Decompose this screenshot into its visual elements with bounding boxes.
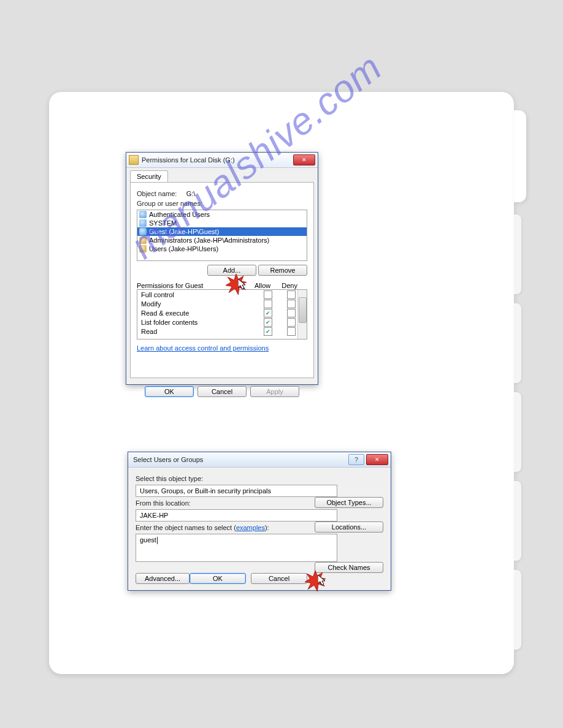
list-item-label: Users (Jake-HP\Users) (149, 245, 218, 252)
input-value: guest (140, 536, 156, 544)
cursor-icon (318, 575, 326, 586)
allow-checkbox[interactable]: ✔ (264, 309, 272, 317)
object-type-field: Users, Groups, or Built-in security prin… (136, 485, 337, 497)
permission-name: Full control (141, 291, 256, 298)
permission-row: Full control (137, 290, 307, 299)
check-names-button[interactable]: Check Names (315, 562, 383, 573)
help-button[interactable]: ? (348, 454, 364, 465)
page-tab-main (514, 110, 526, 202)
group-icon (139, 245, 147, 252)
folder-icon (129, 155, 139, 165)
dialog-title: Permissions for Local Disk (G:) (142, 156, 293, 164)
text-caret-icon (157, 537, 158, 544)
label-text: ): (265, 524, 269, 531)
scroll-thumb[interactable] (299, 297, 307, 323)
user-icon (139, 228, 147, 235)
object-names-input[interactable]: guest (136, 534, 337, 562)
deny-checkbox[interactable] (287, 290, 296, 299)
tab-strip: Security (126, 168, 318, 183)
label-text: Enter the object names to select ( (136, 524, 236, 531)
deny-checkbox[interactable] (287, 309, 296, 317)
permission-row: Modify (137, 299, 307, 308)
list-item-label: Authenticated Users (149, 211, 210, 218)
cursor-icon (238, 279, 247, 290)
permissions-label: Permissions for Guest (137, 282, 203, 289)
titlebar[interactable]: Select Users or Groups ? ✕ (128, 452, 391, 468)
user-icon (139, 219, 147, 227)
cancel-button[interactable]: Cancel (251, 573, 307, 584)
allow-checkbox[interactable]: ✔ (264, 318, 272, 327)
permission-row: List folder contents ✔ (137, 317, 307, 327)
scrollbar[interactable] (297, 290, 307, 339)
tab-body: Object name: G:\ Group or user names: Au… (130, 182, 314, 378)
remove-button[interactable]: Remove (258, 265, 307, 276)
titlebar[interactable]: Permissions for Local Disk (G:) ✕ (126, 153, 318, 168)
allow-checkbox[interactable] (264, 290, 272, 299)
groups-label: Group or user names: (137, 200, 307, 207)
list-item-label: SYSTEM (149, 219, 177, 227)
groups-listbox[interactable]: Authenticated Users SYSTEM Guest (Jake-H… (137, 210, 307, 261)
page-side-tab (514, 214, 521, 294)
locations-button[interactable]: Locations... (315, 521, 383, 533)
deny-checkbox[interactable] (287, 300, 296, 308)
ok-button[interactable]: OK (190, 573, 246, 584)
close-button[interactable]: ✕ (293, 154, 315, 165)
location-field: JAKE-HP (136, 509, 337, 521)
add-button[interactable]: Add... (207, 265, 256, 276)
page-side-tab (514, 303, 521, 383)
group-icon (139, 237, 147, 244)
tab-security[interactable]: Security (130, 170, 168, 183)
list-item[interactable]: Users (Jake-HP\Users) (137, 245, 307, 253)
permissions-dialog: Permissions for Local Disk (G:) ✕ Securi… (126, 152, 318, 385)
permission-row: Read ✔ (137, 327, 307, 336)
close-button[interactable]: ✕ (366, 454, 388, 465)
column-deny: Deny (282, 282, 297, 289)
deny-checkbox[interactable] (287, 327, 296, 336)
object-name-value: G:\ (186, 190, 196, 197)
dialog-footer: Advanced... OK Cancel (128, 569, 315, 588)
list-item[interactable]: SYSTEM (137, 219, 307, 227)
list-item[interactable]: Administrators (Jake-HP\Administrators) (137, 236, 307, 245)
permission-name: List folder contents (141, 319, 256, 326)
allow-checkbox[interactable] (264, 300, 272, 308)
permission-row: Read & execute ✔ (137, 308, 307, 317)
object-types-button[interactable]: Object Types... (315, 497, 383, 508)
page-side-tab (514, 392, 521, 472)
advanced-button[interactable]: Advanced... (136, 573, 190, 584)
cancel-button[interactable]: Cancel (197, 386, 247, 397)
examples-link[interactable]: examples (236, 524, 265, 531)
object-name-label: Object name: (137, 190, 177, 197)
apply-button[interactable]: Apply (250, 386, 299, 397)
list-item[interactable]: Authenticated Users (137, 210, 307, 219)
select-users-dialog: Select Users or Groups ? ✕ Select this o… (128, 452, 391, 591)
column-allow: Allow (255, 282, 270, 289)
page-side-tab (514, 481, 521, 561)
list-item-selected[interactable]: Guest (Jake-HP\Guest) (137, 227, 307, 236)
deny-checkbox[interactable] (287, 318, 296, 327)
permission-name: Read & execute (141, 309, 256, 317)
ok-button[interactable]: OK (145, 386, 194, 397)
dialog-title: Select Users or Groups (131, 456, 348, 463)
users-icon (139, 211, 147, 218)
permission-name: Modify (141, 300, 256, 308)
list-item-label: Administrators (Jake-HP\Administrators) (149, 237, 269, 244)
svg-marker-1 (238, 279, 245, 289)
list-item-label: Guest (Jake-HP\Guest) (149, 228, 219, 235)
permissions-list[interactable]: Full control Modify Read & execute ✔ Lis… (137, 289, 307, 339)
learn-link[interactable]: Learn about access control and permissio… (137, 344, 269, 352)
object-type-label: Select this object type: (136, 475, 383, 482)
dialog-footer: OK Cancel Apply (126, 382, 318, 401)
page-side-tab (514, 570, 521, 650)
dialog-body: Select this object type: Users, Groups, … (128, 468, 391, 569)
permission-name: Read (141, 328, 256, 335)
allow-checkbox[interactable]: ✔ (264, 327, 272, 336)
svg-marker-3 (318, 575, 325, 585)
